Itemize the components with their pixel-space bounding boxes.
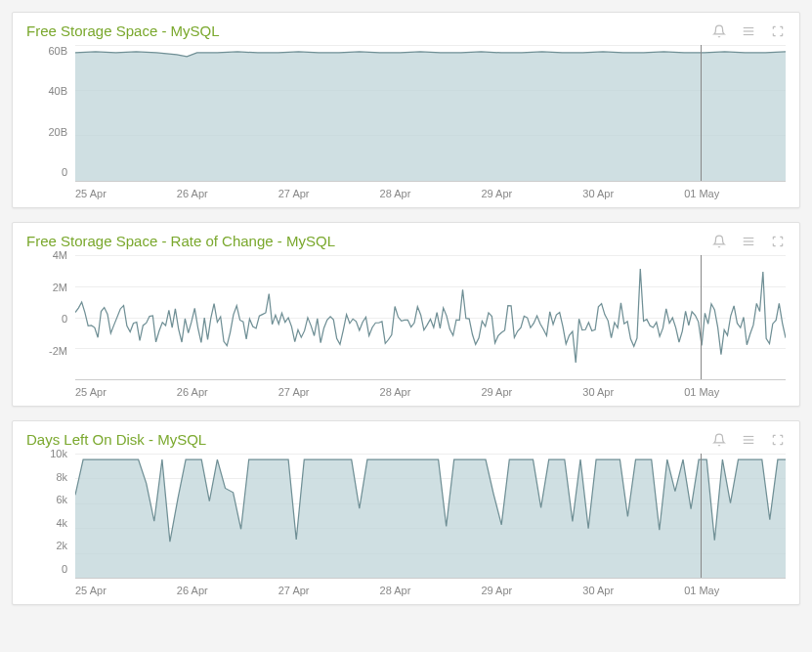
x-tick: 29 Apr xyxy=(481,386,582,398)
x-tick: 27 Apr xyxy=(278,188,380,199)
chart-panel-free-storage: Free Storage Space - MySQL 60B 40B 20B 0 xyxy=(12,12,800,208)
chart-area[interactable]: 10k 8k 6k 4k 2k 0 25 Apr 26 Apr 27 xyxy=(26,454,786,596)
x-tick: 27 Apr xyxy=(278,386,380,398)
panel-header: Days Left On Disk - MySQL xyxy=(26,431,786,448)
chart-panel-days-left: Days Left On Disk - MySQL 10k 8k 6k 4k 2… xyxy=(12,420,800,605)
bell-icon[interactable] xyxy=(711,23,727,39)
y-tick: 0 xyxy=(26,166,67,178)
y-axis: 4M 2M 0 -2M xyxy=(26,249,73,376)
chart-area[interactable]: 60B 40B 20B 0 25 Apr 26 Apr 27 Apr 28 Ap… xyxy=(26,45,786,199)
plot xyxy=(75,255,786,380)
panel-actions xyxy=(711,432,786,448)
panel-actions xyxy=(711,23,786,39)
x-tick: 29 Apr xyxy=(481,585,582,596)
x-axis: 25 Apr 26 Apr 27 Apr 28 Apr 29 Apr 30 Ap… xyxy=(75,579,786,596)
y-axis: 60B 40B 20B 0 xyxy=(26,45,73,178)
x-tick: 26 Apr xyxy=(177,188,278,199)
x-tick: 25 Apr xyxy=(75,585,177,596)
chart-area[interactable]: 4M 2M 0 -2M 25 Apr 26 Apr 27 Apr 28 Apr … xyxy=(26,255,786,398)
y-axis: 10k 8k 6k 4k 2k 0 xyxy=(26,448,73,575)
y-tick: 8k xyxy=(26,471,67,483)
expand-icon[interactable] xyxy=(770,234,786,249)
menu-icon[interactable] xyxy=(741,234,756,249)
panel-header: Free Storage Space - MySQL xyxy=(26,22,786,39)
y-tick: 4k xyxy=(26,517,67,529)
y-tick: 0 xyxy=(26,563,67,575)
chart-svg xyxy=(75,255,786,379)
expand-icon[interactable] xyxy=(770,23,786,39)
chart-svg xyxy=(75,45,786,181)
plot xyxy=(75,454,786,579)
chart-panel-rate-of-change: Free Storage Space - Rate of Change - My… xyxy=(12,222,800,407)
x-tick: 25 Apr xyxy=(75,188,177,199)
panel-title: Free Storage Space - Rate of Change - My… xyxy=(26,233,335,249)
y-tick: 60B xyxy=(26,45,67,57)
panel-title: Days Left On Disk - MySQL xyxy=(26,431,206,448)
x-tick: 01 May xyxy=(684,386,786,398)
bell-icon[interactable] xyxy=(711,432,727,448)
menu-icon[interactable] xyxy=(741,432,756,448)
y-tick: 6k xyxy=(26,494,67,505)
x-tick: 28 Apr xyxy=(380,386,482,398)
x-tick: 30 Apr xyxy=(582,585,684,596)
panel-title: Free Storage Space - MySQL xyxy=(26,22,220,39)
x-tick: 30 Apr xyxy=(582,188,684,199)
plot xyxy=(75,45,786,182)
x-axis: 25 Apr 26 Apr 27 Apr 28 Apr 29 Apr 30 Ap… xyxy=(75,182,786,199)
panel-header: Free Storage Space - Rate of Change - My… xyxy=(26,233,786,249)
x-axis: 25 Apr 26 Apr 27 Apr 28 Apr 29 Apr 30 Ap… xyxy=(75,380,786,398)
y-tick: 2M xyxy=(26,282,67,293)
x-tick: 30 Apr xyxy=(582,386,684,398)
expand-icon[interactable] xyxy=(770,432,786,448)
cursor-line xyxy=(701,45,702,181)
x-tick: 28 Apr xyxy=(380,188,482,199)
x-tick: 28 Apr xyxy=(380,585,482,596)
panel-actions xyxy=(711,234,786,249)
chart-svg xyxy=(75,454,786,578)
y-tick: 0 xyxy=(26,313,67,325)
x-tick: 26 Apr xyxy=(177,585,278,596)
x-tick: 26 Apr xyxy=(177,386,278,398)
cursor-line xyxy=(701,454,702,578)
y-tick: 10k xyxy=(26,448,67,459)
cursor-line xyxy=(701,255,702,379)
x-tick: 25 Apr xyxy=(75,386,177,398)
menu-icon[interactable] xyxy=(741,23,756,39)
y-tick: 2k xyxy=(26,540,67,551)
y-tick: -2M xyxy=(26,345,67,357)
y-tick: 4M xyxy=(26,249,67,261)
x-tick: 01 May xyxy=(684,585,786,596)
x-tick: 01 May xyxy=(684,188,786,199)
y-tick: 20B xyxy=(26,126,67,138)
y-tick: 40B xyxy=(26,85,67,97)
x-tick: 29 Apr xyxy=(481,188,582,199)
bell-icon[interactable] xyxy=(711,234,727,249)
x-tick: 27 Apr xyxy=(278,585,380,596)
